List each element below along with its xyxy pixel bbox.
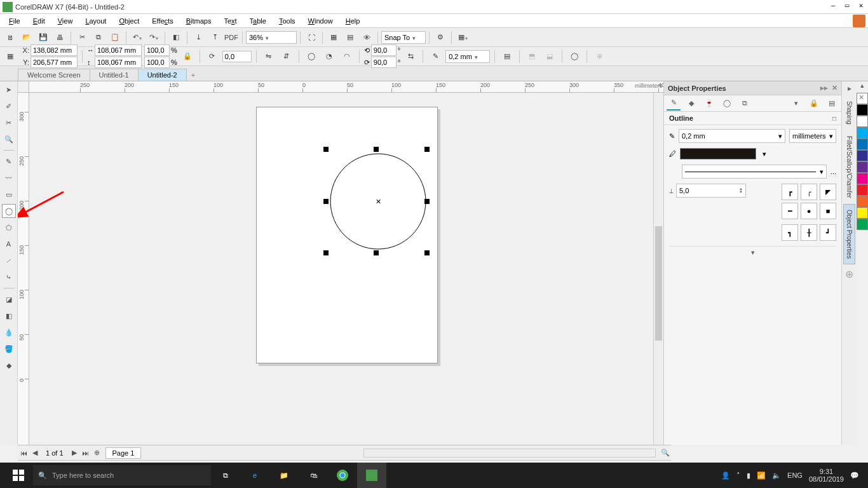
color-green[interactable] bbox=[857, 219, 868, 230]
rotation-input[interactable] bbox=[222, 51, 252, 62]
position-front[interactable]: ┛ bbox=[820, 224, 836, 241]
task-store-icon[interactable]: 🛍 bbox=[299, 463, 328, 488]
position-behind[interactable]: ┓ bbox=[782, 224, 798, 241]
dock-expand-icon[interactable]: ▸ bbox=[848, 84, 851, 93]
color-none[interactable] bbox=[857, 93, 868, 104]
export-button[interactable]: ⤒ bbox=[207, 30, 222, 45]
tray-wifi-icon[interactable]: 📶 bbox=[757, 471, 766, 480]
selection-handle-ne[interactable] bbox=[424, 147, 430, 152]
color-darkblue[interactable] bbox=[857, 150, 868, 161]
panel-tab-outline[interactable]: ✎ bbox=[667, 97, 681, 111]
panel-expand-icon[interactable]: ▾ bbox=[669, 246, 836, 257]
task-chrome-icon[interactable] bbox=[328, 463, 357, 488]
polygon-tool[interactable]: ⬠ bbox=[2, 220, 16, 234]
to-front-button[interactable]: ⬒ bbox=[524, 49, 539, 64]
cut-button[interactable]: ✂ bbox=[74, 30, 90, 45]
tab-untitled-2[interactable]: Untitled-2 bbox=[138, 69, 187, 81]
shape-tool[interactable]: ✐ bbox=[2, 99, 16, 113]
menu-window[interactable]: Window bbox=[302, 16, 339, 26]
freehand-tool[interactable]: ✎ bbox=[2, 154, 16, 168]
panel-close-icon[interactable]: ✕ bbox=[832, 84, 837, 92]
parallel-dimension-tool[interactable]: ⟋ bbox=[2, 254, 16, 268]
panel-tab-options[interactable]: ▾ bbox=[789, 97, 803, 111]
arc-button[interactable]: ◠ bbox=[339, 49, 355, 64]
menu-tools[interactable]: Tools bbox=[273, 16, 302, 26]
canvas-area[interactable]: millimeters 2502001501005005010015020025… bbox=[18, 81, 663, 445]
new-button[interactable]: 🗎 bbox=[3, 30, 18, 45]
outline-style-more[interactable]: ... bbox=[831, 168, 836, 175]
print-button[interactable]: 🖶 bbox=[52, 30, 67, 45]
panel-tab-summary[interactable]: ⧉ bbox=[738, 97, 752, 111]
task-view-button[interactable]: ⧉ bbox=[211, 463, 240, 488]
pie-button[interactable]: ◔ bbox=[322, 49, 337, 64]
convert-to-curves-button[interactable]: ◯ bbox=[567, 49, 582, 64]
horizontal-scrollbar[interactable] bbox=[363, 449, 656, 458]
tray-volume-icon[interactable]: 🔈 bbox=[772, 471, 781, 480]
transparency-tool[interactable]: ◧ bbox=[2, 309, 16, 323]
color-white[interactable] bbox=[857, 116, 868, 127]
color-purple[interactable] bbox=[857, 161, 868, 173]
outline-color-well[interactable] bbox=[680, 148, 756, 159]
menu-file[interactable]: File bbox=[3, 16, 27, 26]
ruler-origin-corner[interactable] bbox=[18, 81, 29, 93]
selection-handle-w[interactable] bbox=[323, 199, 329, 204]
vertical-ruler[interactable]: 300250200150100500 bbox=[18, 93, 29, 445]
object-width-input[interactable] bbox=[95, 44, 142, 56]
palette-scroll-up[interactable]: ▴ bbox=[857, 81, 868, 93]
selection-handle-se[interactable] bbox=[424, 250, 430, 255]
menu-table[interactable]: Table bbox=[243, 16, 273, 26]
cap-square[interactable]: ■ bbox=[820, 203, 836, 219]
tray-notifications-icon[interactable]: 💬 bbox=[850, 471, 859, 480]
end-angle-input[interactable] bbox=[371, 57, 397, 68]
import-button[interactable]: ⤓ bbox=[191, 30, 206, 45]
menu-object[interactable]: Object bbox=[112, 16, 146, 26]
tab-add[interactable]: + bbox=[186, 69, 200, 81]
ellipse-button[interactable]: ◯ bbox=[304, 49, 319, 64]
dock-tab-object-properties[interactable]: Object Properties bbox=[843, 204, 855, 264]
panel-tab-lock[interactable]: 🔒 bbox=[807, 97, 821, 111]
object-x-input[interactable] bbox=[31, 44, 78, 56]
vertical-scrollbar[interactable] bbox=[653, 93, 663, 445]
search-content-button[interactable]: ◧ bbox=[168, 30, 184, 45]
selection-handle-n[interactable] bbox=[374, 147, 379, 152]
page-add-button[interactable]: ⊕ bbox=[92, 447, 103, 459]
tray-language[interactable]: ENG bbox=[787, 471, 803, 479]
color-blue[interactable] bbox=[857, 139, 868, 150]
save-button[interactable]: 💾 bbox=[36, 30, 51, 45]
outline-units-dropdown[interactable]: millimeters▾ bbox=[789, 129, 836, 143]
menu-text[interactable]: Text bbox=[217, 16, 243, 26]
page-tab-1[interactable]: Page 1 bbox=[105, 447, 142, 459]
scale-x-input[interactable] bbox=[144, 44, 170, 56]
corner-bevel[interactable]: ◤ bbox=[820, 184, 836, 200]
dock-tab-fillet[interactable]: Fillet/Scallop/Chamfer bbox=[843, 130, 855, 204]
page-next-button[interactable]: ▶ bbox=[69, 447, 80, 459]
selection-handle-s[interactable] bbox=[374, 250, 379, 255]
task-edge-icon[interactable]: e bbox=[240, 463, 269, 488]
color-red[interactable] bbox=[857, 184, 868, 196]
maximize-button[interactable]: ▭ bbox=[840, 1, 854, 13]
close-button[interactable]: ✕ bbox=[854, 1, 868, 13]
full-screen-button[interactable]: ⛶ bbox=[304, 30, 319, 45]
interactive-fill-tool[interactable]: 🪣 bbox=[2, 342, 16, 356]
panel-header[interactable]: Object Properties ▸▸ ✕ bbox=[664, 81, 841, 95]
rectangle-tool[interactable]: ▭ bbox=[2, 187, 16, 201]
tab-untitled-1[interactable]: Untitled-1 bbox=[90, 69, 139, 81]
menu-view[interactable]: View bbox=[51, 16, 79, 26]
tray-clock[interactable]: 9:31 08/01/2019 bbox=[809, 468, 844, 483]
color-yellow[interactable] bbox=[857, 207, 868, 219]
color-black[interactable] bbox=[857, 104, 868, 116]
outline-width-input[interactable]: 0,2 mm▾ bbox=[679, 129, 785, 143]
panel-tab-transparency[interactable]: 🍷 bbox=[702, 97, 716, 111]
start-button[interactable] bbox=[4, 463, 33, 488]
ellipse-tool[interactable]: ◯ bbox=[2, 204, 16, 218]
outline-width-dropdown[interactable]: 0,2 mm bbox=[445, 50, 490, 63]
corner-miter[interactable]: ┏ bbox=[782, 184, 798, 200]
page-first-button[interactable]: ⏮ bbox=[18, 447, 29, 459]
object-origin-button[interactable]: ▦ bbox=[3, 49, 18, 64]
publish-pdf-button[interactable]: PDF bbox=[224, 30, 239, 45]
panel-tab-object[interactable]: ◯ bbox=[720, 97, 734, 111]
menu-effects[interactable]: Effects bbox=[146, 16, 179, 26]
menu-layout[interactable]: Layout bbox=[79, 16, 112, 26]
to-back-button[interactable]: ⬓ bbox=[542, 49, 557, 64]
undo-button[interactable]: ↶ bbox=[130, 30, 145, 45]
